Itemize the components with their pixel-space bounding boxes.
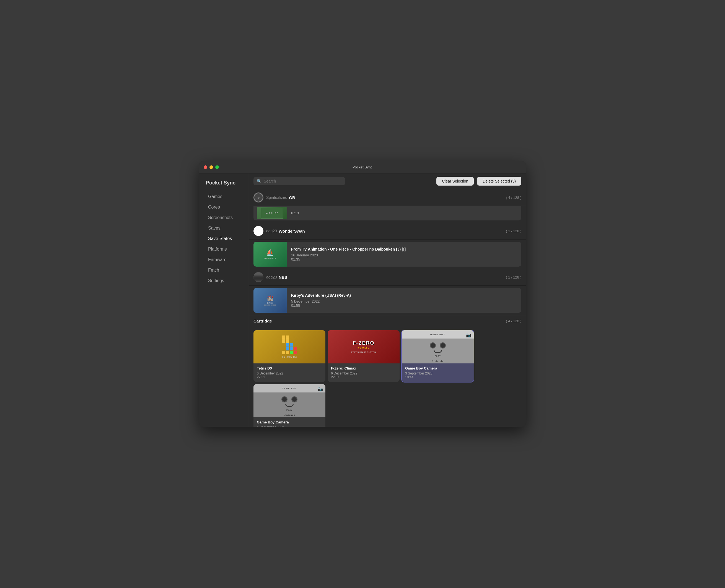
save-title-tetris: Tetris DX [257, 366, 322, 370]
search-input[interactable] [264, 179, 342, 183]
save-time-gbcam1: 19:44 [405, 375, 470, 379]
cartridge-header: Cartridge ( 4 / 128 ) [249, 315, 526, 327]
save-thumbnail-gbcam2: GAME BOY PLAY Nintendo [254, 384, 325, 417]
sidebar-item-saves[interactable]: Saves [201, 223, 246, 233]
truncated-time: 18:13 [290, 211, 299, 215]
delete-selected-button[interactable]: Delete Selected (3) [477, 177, 521, 186]
cartridge-label: Cartridge [254, 319, 272, 323]
avatar-spiritualized: ⊙ [254, 192, 263, 203]
save-time-fzero: 22:37 [331, 375, 396, 379]
sidebar: Pocket Sync Games Cores Screenshots Save… [199, 173, 249, 427]
save-card-kirby[interactable]: 🏰 KIRBY SCORE 000000 Kirby's Adventure (… [254, 288, 521, 313]
cartridge-saves-grid: TETRIS DX Tetris DX 6 December 2022 22:3… [249, 327, 526, 427]
save-info-kirby: Kirby's Adventure (USA) (Rev-A) 5 Decemb… [287, 288, 355, 313]
toolbar: 🔍 Clear Selection Delete Selected (3) [249, 173, 526, 189]
save-title-fzero: F-Zero: Climax [331, 366, 396, 370]
window-title: Pocket Sync [353, 165, 372, 169]
section-platform-nes: NES [279, 275, 287, 280]
save-title-kirby: Kirby's Adventure (USA) (Rev-A) [291, 293, 351, 298]
sidebar-item-cores[interactable]: Cores [201, 202, 246, 212]
section-platform-gb: GB [289, 195, 295, 200]
save-time-kirby: 01:55 [291, 303, 351, 308]
save-info-onepiece: From TV Animation - One Piece - Chopper … [287, 242, 410, 267]
sidebar-item-settings[interactable]: Settings [201, 275, 246, 286]
cartridge-count: ( 4 / 128 ) [506, 319, 521, 323]
save-card-tetris[interactable]: TETRIS DX Tetris DX 6 December 2022 22:3… [254, 330, 325, 382]
maximize-button[interactable] [215, 165, 219, 169]
save-date-fzero: 6 December 2022 [331, 372, 396, 375]
main-content: 🔍 Clear Selection Delete Selected (3) ⊙ … [249, 173, 526, 427]
section-header-agg23-wonderswan: agg23 WonderSwan ( 1 / 128 ) [249, 223, 526, 239]
search-icon: 🔍 [257, 179, 262, 183]
sidebar-item-firmware[interactable]: Firmware [201, 254, 246, 265]
section-count-spiritualized: ( 4 / 128 ) [506, 195, 521, 200]
save-title-gbcam2: Game Boy Camera [257, 420, 322, 424]
save-title-onepiece: From TV Animation - One Piece - Chopper … [291, 247, 406, 251]
window-controls [204, 165, 219, 169]
save-time-tetris: 22:31 [257, 375, 322, 379]
cartridge-section: Cartridge ( 4 / 128 ) [249, 315, 526, 427]
save-card-gbcam1[interactable]: GAME BOY PLAY Nintendo [402, 330, 474, 382]
section-count-wonderswan: ( 1 / 128 ) [506, 229, 521, 233]
section-user-agg23-ws: agg23 [266, 229, 277, 233]
save-card-gbcam2[interactable]: GAME BOY PLAY Nintendo [254, 384, 325, 427]
avatar-agg23-wonderswan [254, 226, 263, 236]
app-name: Pocket Sync [199, 178, 249, 191]
minimize-button[interactable] [209, 165, 213, 169]
section-user-agg23-nes: agg23 [266, 275, 277, 279]
sidebar-item-platforms[interactable]: Platforms [201, 244, 246, 254]
sidebar-item-fetch[interactable]: Fetch [201, 265, 246, 275]
save-date-gbcam1: 3 September 2023 [405, 372, 470, 375]
section-platform-wonderswan: WonderSwan [279, 229, 305, 233]
save-thumbnail-onepiece: ⛵ ONE PIECE [254, 242, 287, 267]
sidebar-item-games[interactable]: Games [201, 191, 246, 202]
save-date-tetris: 6 December 2022 [257, 372, 322, 375]
save-card-fzero[interactable]: F-ZERO CLIMAX PRESS START BUTTON F-Zero:… [328, 330, 400, 382]
search-box[interactable]: 🔍 [254, 177, 345, 185]
app-body: Pocket Sync Games Cores Screenshots Save… [199, 173, 526, 427]
sidebar-item-save-states[interactable]: Save States [201, 233, 246, 244]
truncated-save-card: ▶ PAUSE 18:13 [254, 206, 521, 220]
save-time-onepiece: 01:35 [291, 257, 406, 261]
section-count-nes: ( 1 / 128 ) [506, 275, 521, 279]
sidebar-item-screenshots[interactable]: Screenshots [201, 212, 246, 223]
save-date-gbcam2: 4 September 2023 [257, 425, 322, 427]
titlebar: Pocket Sync [199, 161, 526, 173]
section-user-spiritualized: Spiritualized [266, 195, 287, 200]
clear-selection-button[interactable]: Clear Selection [436, 177, 474, 186]
camera-icon: 📷 [466, 333, 471, 338]
avatar-agg23-nes [254, 272, 263, 282]
truncated-thumbnail: ▶ PAUSE [257, 207, 287, 219]
save-date-onepiece: 16 January 2023 [291, 253, 406, 257]
save-card-onepiece[interactable]: ⛵ ONE PIECE From TV Animation - One Piec… [254, 242, 521, 267]
save-title-gbcam1: Game Boy Camera [405, 366, 470, 370]
close-button[interactable] [204, 165, 207, 169]
save-thumbnail-kirby: 🏰 KIRBY SCORE 000000 [254, 288, 287, 313]
camera-icon-2: 📷 [318, 386, 323, 392]
app-window: Pocket Sync Pocket Sync Games Cores Scre… [199, 161, 526, 427]
section-header-agg23-nes: agg23 NES ( 1 / 128 ) [249, 269, 526, 286]
save-thumbnail-gbcam1: GAME BOY PLAY Nintendo [402, 330, 474, 363]
save-thumbnail-fzero: F-ZERO CLIMAX PRESS START BUTTON [328, 330, 400, 363]
section-header-spiritualized-gb: ⊙ Spiritualized GB ( 4 / 128 ) [249, 189, 526, 206]
save-date-kirby: 5 December 2022 [291, 299, 351, 303]
save-thumbnail-tetris: TETRIS DX [254, 330, 325, 363]
content-area[interactable]: ⊙ Spiritualized GB ( 4 / 128 ) ▶ PAUSE 1… [249, 189, 526, 427]
